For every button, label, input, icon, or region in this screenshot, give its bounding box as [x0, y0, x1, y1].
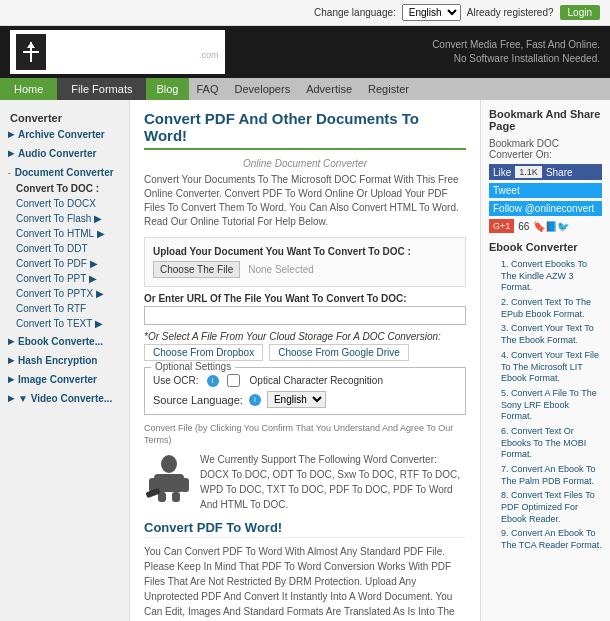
sidebar-link-ddt[interactable]: Convert To DDT	[0, 241, 129, 256]
nav-faq[interactable]: FAQ	[189, 78, 227, 100]
sidebar-archive-title[interactable]: ▶ Archive Converter	[0, 126, 129, 143]
person-illustration	[144, 452, 194, 506]
main-nav: Home File Formats Blog FAQ Developers Ad…	[0, 78, 610, 100]
nav-register[interactable]: Register	[360, 78, 417, 100]
ebook-list-item[interactable]: 6. Convert Text Or Ebooks To The MOBI Fo…	[501, 426, 602, 461]
svg-rect-7	[181, 478, 189, 492]
optional-settings: Optional Settings Use OCR: i Optical Cha…	[144, 367, 466, 415]
optional-label: Optional Settings	[151, 361, 235, 372]
online-label: Online Document Converter	[144, 158, 466, 169]
top-bar: Change language: English Already registe…	[0, 0, 610, 26]
convert-heading: Convert PDF To Word!	[144, 520, 466, 538]
tri-icon-image: ▶	[8, 375, 14, 384]
sidebar-title: Converter	[0, 108, 129, 126]
sidebar-link-text[interactable]: Convert To TEXT ▶	[0, 316, 129, 331]
ebook-list-item[interactable]: 3. Convert Your Text To The Ebook Format…	[501, 323, 602, 346]
ocr-row: Use OCR: i Optical Character Recognition	[153, 374, 457, 387]
facebook-like-button[interactable]: Like 1.1K Share	[489, 164, 602, 180]
ebook-list-item[interactable]: 2. Convert Text To The EPub Ebook Format…	[501, 297, 602, 320]
svg-point-4	[161, 455, 177, 473]
file-none-label: None Selected	[248, 264, 314, 275]
ocr-option-label: Optical Character Recognition	[250, 375, 383, 386]
tri-icon-video: ▶	[8, 394, 14, 403]
logo-main-text: ONLINE-CONVERT	[50, 42, 198, 63]
nav-blog[interactable]: Blog	[146, 78, 188, 100]
ebook-list-item[interactable]: 8. Convert Text Files To PDF Optimized F…	[501, 490, 602, 525]
sidebar-link-html[interactable]: Convert To HTML ▶	[0, 226, 129, 241]
sidebar-section-document: - Document Converter Convert To DOC : Co…	[0, 164, 129, 331]
file-input-row: Choose The File None Selected	[153, 261, 457, 278]
url-input[interactable]	[144, 306, 466, 325]
sidebar-link-doc[interactable]: Convert To DOC :	[0, 181, 129, 196]
fo-label: Follow @onlineconvert	[493, 203, 594, 214]
sidebar-section-audio: ▶ Audio Converter	[0, 145, 129, 162]
logo-area: ONLINE-CONVERT .com	[10, 30, 225, 74]
cloud-section: *Or Select A File From Your Cloud Storag…	[144, 331, 466, 361]
tw-label: Tweet	[493, 185, 520, 196]
nav-file-formats[interactable]: File Formats	[57, 78, 146, 100]
sidebar-link-flash[interactable]: Convert To Flash ▶	[0, 211, 129, 226]
cloud-label: *Or Select A File From Your Cloud Storag…	[144, 331, 466, 342]
twitter-follow-button[interactable]: Follow @onlineconvert	[489, 201, 602, 216]
sidebar-image-title[interactable]: ▶ Image Converter	[0, 371, 129, 388]
logo-com: .com	[199, 50, 219, 60]
nav-home[interactable]: Home	[0, 78, 57, 100]
nav-advertise[interactable]: Advertise	[298, 78, 360, 100]
gdrive-button[interactable]: Choose From Google Drive	[269, 344, 409, 361]
logo-icon	[16, 34, 46, 70]
nav-secondary: FAQ Developers Advertise Register	[189, 78, 611, 100]
sidebar-hash-title[interactable]: ▶ Hash Encryption	[0, 352, 129, 369]
ebook-list-item[interactable]: 7. Convert An Ebook To The Palm PDB Form…	[501, 464, 602, 487]
left-sidebar: Converter ▶ Archive Converter ▶ Audio Co…	[0, 100, 130, 621]
choose-file-button[interactable]: Choose The File	[153, 261, 240, 278]
main-layout: Converter ▶ Archive Converter ▶ Audio Co…	[0, 100, 610, 621]
main-content: Convert PDF And Other Documents To Word!…	[130, 100, 480, 621]
ebook-list-item[interactable]: 1. Convert Ebooks To The Kindle AZW 3 Fo…	[501, 259, 602, 294]
sidebar-link-docx[interactable]: Convert To DOCX	[0, 196, 129, 211]
main-description: Convert Your Documents To The Microsoft …	[144, 173, 466, 229]
ocr-checkbox[interactable]	[227, 374, 240, 387]
twitter-tweet-button[interactable]: Tweet	[489, 183, 602, 198]
ocr-info-icon[interactable]: i	[207, 375, 219, 387]
logo-box: ONLINE-CONVERT .com	[10, 30, 225, 74]
gplus-count: 66	[518, 221, 529, 232]
lang-select[interactable]: English	[267, 391, 326, 408]
use-ocr-label: Use OCR:	[153, 375, 199, 386]
ebook-list: 1. Convert Ebooks To The Kindle AZW 3 Fo…	[489, 259, 602, 552]
sidebar-audio-title[interactable]: ▶ Audio Converter	[0, 145, 129, 162]
fb-like-label: Like	[493, 167, 511, 178]
url-label: Or Enter URL Of The File You Want To Con…	[144, 293, 466, 304]
gplus-button[interactable]: G+1	[489, 219, 514, 233]
sidebar-document-title[interactable]: - Document Converter	[0, 164, 129, 181]
ebook-list-item[interactable]: 4. Convert Your Text File To The Microso…	[501, 350, 602, 385]
support-text: We Currently Support The Following Word …	[144, 452, 466, 512]
sidebar-link-pdf[interactable]: Convert To PDF ▶	[0, 256, 129, 271]
sidebar-link-ppt[interactable]: Convert To PPT ▶	[0, 271, 129, 286]
page-title: Convert PDF And Other Documents To Word!	[144, 110, 466, 150]
sidebar-video-title[interactable]: ▶ ▼ Video Converte...	[0, 390, 129, 407]
convert-description: You Can Convert PDF To Word With Almost …	[144, 544, 466, 621]
change-language-label: Change language:	[314, 7, 396, 18]
tri-icon-audio: ▶	[8, 149, 14, 158]
fb-count: 1.1K	[515, 166, 542, 178]
sidebar-link-pptx[interactable]: Convert To PPTX ▶	[0, 286, 129, 301]
gplus-row: G+1 66 🔖📘🐦	[489, 219, 602, 233]
ebook-title: Ebook Converter	[489, 241, 602, 253]
sidebar-link-rtf[interactable]: Convert To RTF	[0, 301, 129, 316]
login-button[interactable]: Login	[560, 5, 600, 20]
sidebar-section-image: ▶ Image Converter	[0, 371, 129, 388]
sidebar-ebook-title[interactable]: ▶ Ebook Converte...	[0, 333, 129, 350]
lang-info-icon[interactable]: i	[249, 394, 261, 406]
ebook-list-item[interactable]: 5. Convert A File To The Sony LRF Ebook …	[501, 388, 602, 423]
agree-text: Convert File (by Clicking You Confirm Th…	[144, 423, 466, 446]
cloud-buttons: Choose From Dropbox Choose From Google D…	[144, 344, 466, 361]
dropbox-button[interactable]: Choose From Dropbox	[144, 344, 263, 361]
svg-rect-9	[172, 492, 180, 502]
language-select[interactable]: English	[402, 4, 461, 21]
nav-developers[interactable]: Developers	[227, 78, 299, 100]
source-lang-label: Source Language:	[153, 394, 243, 406]
ebook-list-item[interactable]: 9. Convert An Ebook To The TCA Reader Fo…	[501, 528, 602, 551]
upload-label: Upload Your Document You Want To Convert…	[153, 246, 457, 257]
tri-icon: ▶	[8, 130, 14, 139]
header-tagline: Convert Media Free, Fast And Online. No …	[432, 38, 600, 66]
